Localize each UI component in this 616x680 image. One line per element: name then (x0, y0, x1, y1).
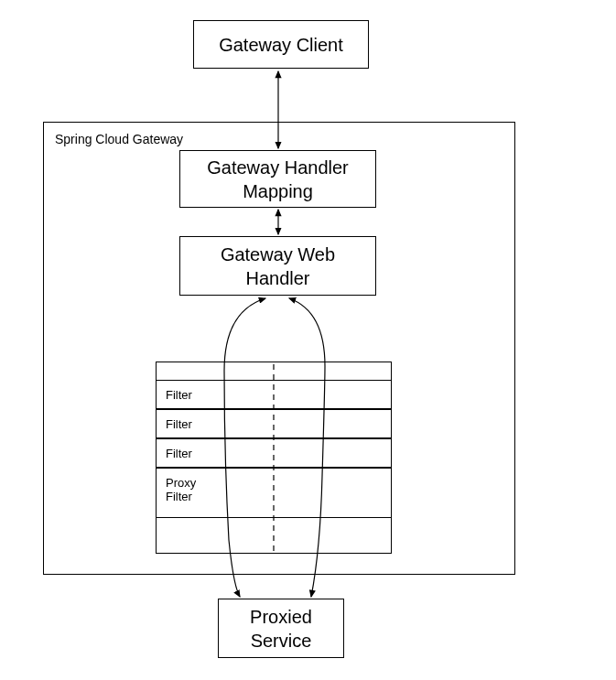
proxy-filter-label: Proxy Filter (166, 476, 196, 503)
filter-row-3: Filter (156, 438, 392, 468)
proxied-service-box: Proxied Service (218, 599, 344, 658)
web-handler-line2: Handler (221, 266, 335, 290)
proxy-filter-line1: Proxy (166, 476, 196, 490)
gateway-handler-mapping-label: Gateway Handler Mapping (207, 156, 349, 203)
gateway-handler-mapping-box: Gateway Handler Mapping (179, 150, 376, 208)
container-label: Spring Cloud Gateway (55, 132, 183, 146)
gateway-client-box: Gateway Client (193, 20, 369, 69)
gateway-web-handler-box: Gateway Web Handler (179, 236, 376, 296)
filter-3-label: Filter (166, 447, 192, 460)
web-handler-line1: Gateway Web (221, 243, 335, 266)
proxy-filter-row: Proxy Filter (156, 468, 392, 518)
filter-row-2: Filter (156, 409, 392, 438)
gateway-web-handler-label: Gateway Web Handler (221, 243, 335, 290)
handler-mapping-line2: Mapping (207, 179, 349, 203)
filter-1-label: Filter (166, 388, 192, 402)
filter-2-label: Filter (166, 417, 192, 431)
proxied-service-label: Proxied Service (250, 605, 312, 653)
proxied-service-line2: Service (250, 629, 312, 653)
proxy-filter-line2: Filter (166, 490, 196, 503)
handler-mapping-line1: Gateway Handler (207, 156, 349, 179)
gateway-client-label: Gateway Client (219, 33, 343, 57)
proxied-service-line1: Proxied (250, 605, 312, 629)
filter-row-1: Filter (156, 380, 392, 409)
